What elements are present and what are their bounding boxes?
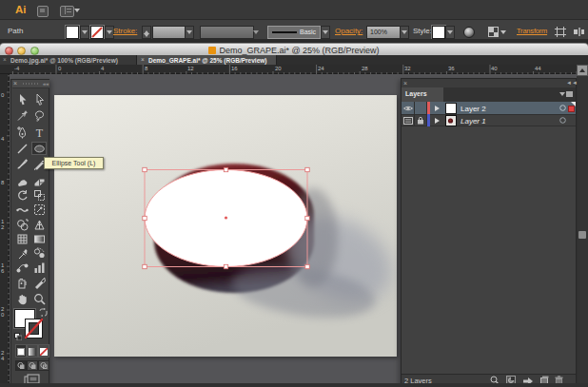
svg-text:T: T	[36, 126, 44, 139]
